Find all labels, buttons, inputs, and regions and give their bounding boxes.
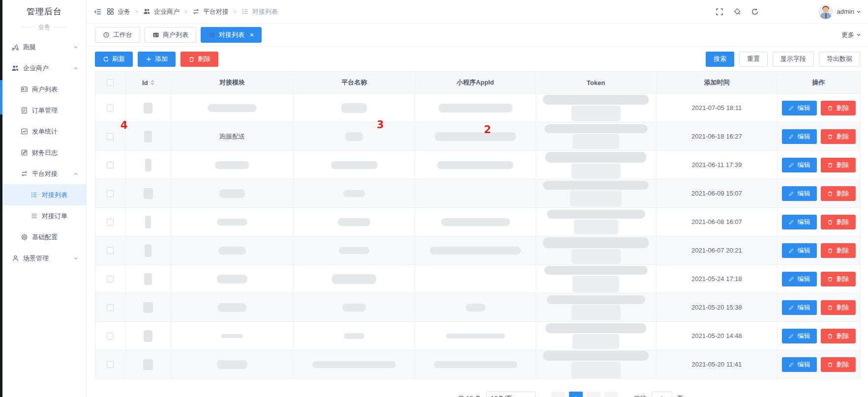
edit-button[interactable]: 编辑 [782, 186, 817, 201]
edit-button[interactable]: 编辑 [782, 158, 817, 172]
edit-button[interactable]: 编辑 [782, 215, 817, 229]
delete-button[interactable]: 删除 [821, 101, 856, 115]
clear-cache-icon[interactable] [733, 7, 742, 16]
username: admin [837, 8, 854, 15]
sidebar-item-paotui[interactable]: 跑腿 [2, 36, 86, 57]
edit-button[interactable]: 编辑 [782, 272, 817, 286]
pencil-icon [788, 333, 795, 339]
more-pages-button[interactable] [604, 392, 618, 397]
delete-button[interactable]: 删除 [180, 52, 218, 67]
delete-button[interactable]: 删除 [821, 357, 856, 372]
list-icon [30, 191, 38, 199]
column-header-id[interactable]: Id [142, 79, 148, 86]
tab-integration-list[interactable]: 对接列表 × [201, 27, 262, 43]
sidebar-item-scene-management[interactable]: 场景管理 [2, 248, 86, 269]
refresh-icon[interactable] [751, 7, 759, 16]
swap-icon [192, 7, 200, 16]
trash-icon [827, 190, 834, 197]
row-checkbox[interactable] [107, 304, 114, 311]
chevron-down-icon [856, 9, 861, 14]
edit-button[interactable]: 编辑 [782, 243, 817, 258]
redacted-token [544, 124, 648, 149]
page-size-select[interactable]: 10条/页 [486, 392, 536, 397]
delete-button[interactable]: 删除 [821, 329, 856, 343]
add-time-cell: 2021-05-20 14:48 [691, 332, 742, 340]
page-1-button[interactable]: 1 [569, 392, 583, 397]
reset-button[interactable]: 重置 [739, 52, 768, 67]
row-checkbox[interactable] [107, 162, 114, 169]
users-icon [143, 7, 151, 16]
breadcrumb-item-merchants[interactable]: 企业商户 [143, 7, 180, 16]
tab-workbench[interactable]: 工作台 [95, 27, 140, 43]
breadcrumb-item-platform-integration[interactable]: 平台对接 [192, 7, 229, 16]
chevron-down-icon [73, 45, 78, 50]
collapse-sidebar-icon[interactable] [93, 7, 102, 16]
search-button[interactable]: 搜索 [706, 52, 734, 67]
delete-button[interactable]: 删除 [821, 243, 856, 258]
trash-icon [827, 304, 834, 311]
sidebar-item-enterprise-merchants[interactable]: 企业商户 [2, 57, 86, 79]
edit-button[interactable]: 编辑 [782, 329, 817, 343]
sidebar-item-order-management[interactable]: 订单管理 [2, 100, 86, 121]
row-checkbox[interactable] [107, 190, 114, 197]
delete-button[interactable]: 删除 [821, 129, 856, 144]
sort-icon[interactable] [150, 80, 154, 85]
sidebar-item-merchant-list[interactable]: 商户列表 [2, 79, 86, 100]
row-checkbox[interactable] [107, 247, 114, 254]
sidebar-item-basic-config[interactable]: 基础配置 [2, 227, 86, 248]
add-time-cell: 2021-06-18 16:27 [691, 133, 742, 140]
sidebar-item-label: 企业商户 [23, 64, 49, 73]
redacted-id [144, 330, 152, 342]
list-icon [209, 31, 215, 38]
delete-button[interactable]: 删除 [821, 158, 856, 172]
breadcrumb-item-business[interactable]: 业务 [106, 7, 130, 16]
delete-button[interactable]: 删除 [821, 272, 856, 286]
redacted-id [145, 244, 151, 257]
sidebar-item-finance-log[interactable]: 财务日志 [2, 142, 86, 163]
goto-page-input[interactable] [652, 392, 672, 397]
sidebar-item-integration-orders[interactable]: 对接订单 [2, 205, 86, 227]
edit-button[interactable]: 编辑 [782, 300, 817, 315]
edit-button[interactable]: 编辑 [782, 357, 817, 372]
table-row: 2021-05-20 15:38 编辑 删除 [95, 293, 860, 322]
row-checkbox[interactable] [107, 276, 114, 283]
delete-button[interactable]: 删除 [821, 300, 856, 315]
close-tab-icon[interactable]: × [250, 31, 254, 38]
add-button[interactable]: 添加 [138, 52, 176, 67]
prev-page-button[interactable]: ‹ [551, 392, 565, 397]
row-checkbox[interactable] [107, 105, 114, 112]
redacted-id [144, 103, 152, 113]
sidebar: 管理后台 业务 跑腿 企业商户 [2, 0, 87, 397]
tab-merchant-list[interactable]: 商户列表 [145, 27, 196, 43]
more-tabs-dropdown[interactable]: 更多 [841, 30, 863, 39]
refresh-button[interactable]: 刷新 [95, 52, 133, 67]
chevron-down-icon [73, 256, 78, 261]
breadcrumb-item-integration-list: 对接列表 [241, 7, 278, 16]
next-page-button[interactable]: › [587, 392, 600, 397]
sidebar-item-dispatch-stats[interactable]: 发单统计 [2, 121, 86, 142]
show-fields-button[interactable]: 显示字段 [773, 52, 814, 67]
row-checkbox[interactable] [107, 133, 114, 140]
row-checkbox[interactable] [107, 333, 114, 340]
row-checkbox[interactable] [107, 361, 114, 368]
sidebar-item-integration-list[interactable]: 对接列表 [2, 184, 86, 205]
select-all-checkbox[interactable] [107, 79, 114, 86]
list-icon [241, 7, 249, 16]
clock-icon [103, 31, 110, 38]
fullscreen-icon[interactable] [716, 7, 724, 16]
row-checkbox[interactable] [107, 219, 114, 226]
app-title: 管理后台 [2, 6, 86, 17]
user-avatar[interactable] [818, 4, 833, 19]
edit-button[interactable]: 编辑 [782, 101, 817, 115]
delete-button[interactable]: 删除 [821, 186, 856, 201]
user-menu[interactable]: admin [837, 8, 861, 15]
add-time-cell: 2021-07-05 18:11 [692, 104, 742, 112]
redacted-appid [434, 361, 517, 368]
swap-icon [20, 170, 28, 178]
table-row: 2021-06-08 16:07 编辑 删除 [95, 208, 860, 236]
export-data-button[interactable]: 导出数据 [819, 52, 860, 67]
edit-button[interactable]: 编辑 [782, 129, 817, 144]
delete-button[interactable]: 删除 [821, 215, 856, 229]
redacted-module [218, 303, 246, 312]
sidebar-item-platform-integration[interactable]: 平台对接 [2, 163, 86, 184]
